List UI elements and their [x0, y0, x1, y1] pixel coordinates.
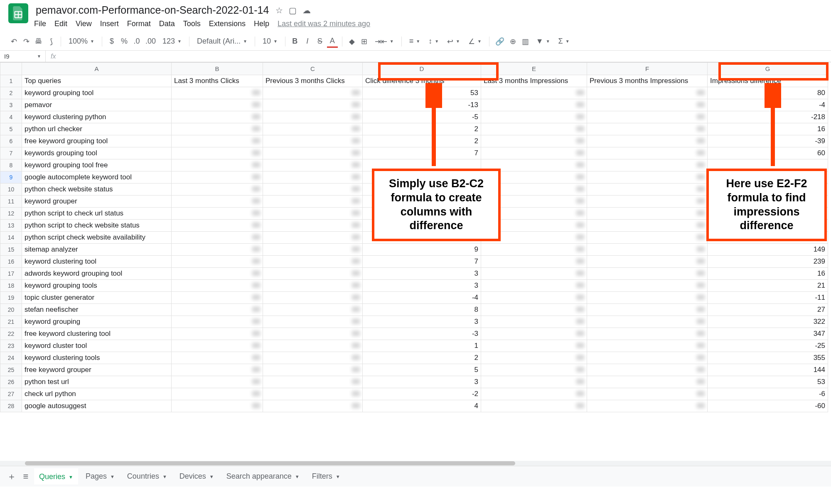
- cell[interactable]: 322: [708, 316, 828, 328]
- cell[interactable]: -5: [363, 111, 481, 123]
- cell[interactable]: 00: [481, 111, 587, 123]
- cell[interactable]: keyword grouping tool free: [22, 159, 172, 171]
- cell[interactable]: 00: [587, 171, 708, 183]
- cell[interactable]: 7: [363, 147, 481, 159]
- cell[interactable]: 00: [587, 280, 708, 292]
- cell[interactable]: 00: [172, 123, 263, 135]
- cell[interactable]: 2: [363, 123, 481, 135]
- cell[interactable]: keyword grouping tools: [22, 280, 172, 292]
- cell[interactable]: 80: [708, 87, 828, 99]
- cell[interactable]: -60: [708, 400, 828, 412]
- row-header[interactable]: 25: [0, 364, 22, 376]
- cell[interactable]: 00: [172, 352, 263, 364]
- cell[interactable]: 00: [481, 135, 587, 147]
- cell[interactable]: 00: [172, 268, 263, 280]
- cell[interactable]: 00: [172, 171, 263, 183]
- undo-button[interactable]: ↶: [8, 35, 19, 48]
- functions-button[interactable]: Σ▼: [555, 37, 573, 46]
- cell[interactable]: 00: [172, 135, 263, 147]
- cell[interactable]: 00: [481, 328, 587, 340]
- cell[interactable]: 00: [172, 87, 263, 99]
- cell[interactable]: 53: [708, 376, 828, 388]
- cell[interactable]: 5: [363, 364, 481, 376]
- cell[interactable]: keywords grouping tool: [22, 147, 172, 159]
- cell[interactable]: 00: [481, 268, 587, 280]
- row-header[interactable]: 7: [0, 147, 22, 159]
- strike-button[interactable]: S: [315, 35, 325, 48]
- cell[interactable]: 00: [172, 304, 263, 316]
- row-header[interactable]: 10: [0, 183, 22, 196]
- cell[interactable]: Last 3 months Clicks: [172, 75, 263, 87]
- cell[interactable]: 00: [172, 400, 263, 412]
- fill-color-button[interactable]: ◆: [347, 35, 357, 48]
- cell[interactable]: 00: [263, 268, 363, 280]
- cell[interactable]: 00: [263, 304, 363, 316]
- cell[interactable]: 00: [263, 99, 363, 111]
- cell[interactable]: 00: [481, 304, 587, 316]
- cell[interactable]: -25: [708, 340, 828, 352]
- cell[interactable]: check url python: [22, 388, 172, 400]
- text-color-button[interactable]: A: [327, 35, 338, 48]
- formula-input[interactable]: [61, 53, 831, 60]
- cell[interactable]: 00: [587, 196, 708, 208]
- cell[interactable]: 00: [263, 147, 363, 159]
- cell[interactable]: 00: [587, 352, 708, 364]
- cell[interactable]: 355: [708, 352, 828, 364]
- menu-file[interactable]: File: [34, 20, 46, 28]
- cell[interactable]: keyword clustering tools: [22, 352, 172, 364]
- cell[interactable]: 2: [363, 352, 481, 364]
- menu-edit[interactable]: Edit: [54, 20, 67, 28]
- row-header[interactable]: 18: [0, 280, 22, 292]
- sheet-tab-devices[interactable]: Devices▼: [175, 469, 219, 484]
- print-button[interactable]: 🖶: [33, 35, 44, 48]
- cell[interactable]: keyword grouper: [22, 196, 172, 208]
- increase-decimal[interactable]: .00: [144, 35, 157, 48]
- row-header[interactable]: 27: [0, 388, 22, 400]
- cell[interactable]: 00: [172, 328, 263, 340]
- decrease-decimal[interactable]: .0: [131, 35, 142, 48]
- row-header[interactable]: 13: [0, 220, 22, 232]
- cell[interactable]: 00: [263, 256, 363, 268]
- cell[interactable]: 00: [172, 147, 263, 159]
- col-header-e[interactable]: E: [481, 63, 587, 75]
- cell[interactable]: -3: [363, 328, 481, 340]
- menu-help[interactable]: Help: [254, 20, 269, 28]
- cell[interactable]: 00: [587, 316, 708, 328]
- cell[interactable]: 00: [481, 256, 587, 268]
- cell[interactable]: 00: [481, 280, 587, 292]
- borders-button[interactable]: ⊞: [359, 35, 370, 48]
- cell[interactable]: 00: [263, 388, 363, 400]
- cell[interactable]: Impressions difference: [708, 75, 828, 87]
- cloud-icon[interactable]: ☁: [302, 5, 311, 15]
- cell[interactable]: 00: [587, 256, 708, 268]
- cell[interactable]: -4: [363, 292, 481, 304]
- cell[interactable]: free keyword grouper: [22, 364, 172, 376]
- cell[interactable]: 00: [263, 123, 363, 135]
- cell[interactable]: 00: [263, 292, 363, 304]
- cell[interactable]: stefan neefischer: [22, 304, 172, 316]
- font-size-dropdown[interactable]: 10▼: [259, 37, 281, 46]
- cell[interactable]: python check website status: [22, 183, 172, 196]
- cell[interactable]: keyword cluster tool: [22, 340, 172, 352]
- cell[interactable]: 00: [172, 159, 263, 171]
- cell[interactable]: 00: [587, 244, 708, 256]
- row-header[interactable]: 6: [0, 135, 22, 147]
- cell[interactable]: 7: [363, 256, 481, 268]
- cell[interactable]: -13: [363, 99, 481, 111]
- row-header[interactable]: 5: [0, 123, 22, 135]
- cell[interactable]: 00: [172, 340, 263, 352]
- cell[interactable]: 00: [587, 99, 708, 111]
- row-header[interactable]: 9: [0, 171, 22, 183]
- cell[interactable]: -4: [708, 99, 828, 111]
- font-dropdown[interactable]: Default (Ari...▼: [194, 37, 251, 46]
- menu-extensions[interactable]: Extensions: [209, 20, 246, 28]
- cell[interactable]: 00: [263, 208, 363, 220]
- cell[interactable]: 00: [172, 99, 263, 111]
- col-header-a[interactable]: A: [22, 63, 172, 75]
- cell[interactable]: 00: [263, 400, 363, 412]
- cell[interactable]: -218: [708, 111, 828, 123]
- last-edit[interactable]: Last edit was 2 minutes ago: [278, 20, 370, 28]
- cell[interactable]: 00: [172, 376, 263, 388]
- cell[interactable]: 53: [363, 87, 481, 99]
- row-header[interactable]: 2: [0, 87, 22, 99]
